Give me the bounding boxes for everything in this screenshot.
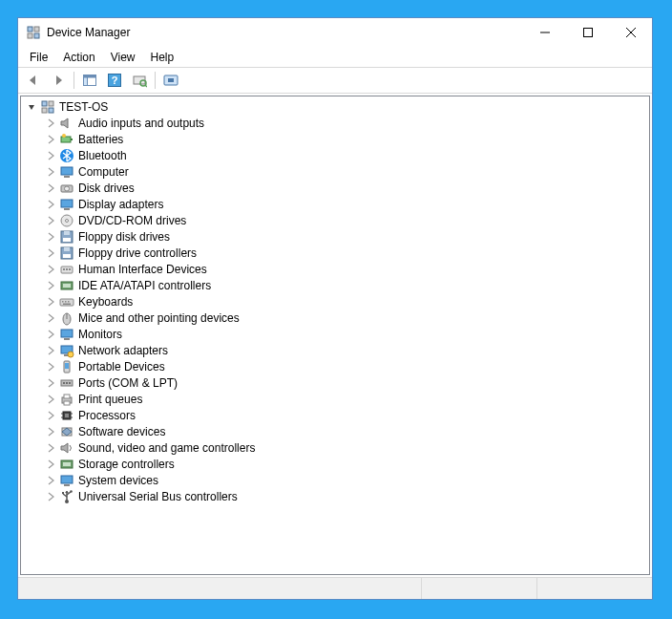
device-tree[interactable]: TEST-OSAudio inputs and outputsBatteries… [20,96,650,575]
svg-point-25 [65,186,70,191]
minimize-button[interactable] [523,19,566,47]
forward-button[interactable] [47,69,70,92]
svg-rect-16 [42,108,47,113]
category-label: Storage controllers [78,458,175,471]
tree-category-node[interactable]: Universal Serial Bus controllers [21,488,649,504]
usb-icon [59,489,74,504]
portable-icon [59,359,74,374]
chevron-right-icon[interactable] [44,165,57,179]
svg-rect-55 [65,363,69,369]
chevron-right-icon[interactable] [44,328,57,341]
audio-icon [59,116,74,131]
chevron-right-icon[interactable] [44,393,57,406]
sound-icon [59,440,74,456]
category-label: Computer [78,165,129,179]
chevron-right-icon[interactable] [44,360,57,374]
chevron-right-icon[interactable] [44,409,57,422]
menu-action[interactable]: Action [55,50,102,65]
tree-category-node[interactable]: Print queues [21,391,649,407]
chevron-right-icon[interactable] [44,376,57,390]
chevron-right-icon[interactable] [44,441,57,455]
tree-category-node[interactable]: Floppy drive controllers [21,245,649,261]
chevron-right-icon[interactable] [44,133,57,146]
category-label: DVD/CD-ROM drives [78,214,186,227]
status-segment [422,578,537,599]
tree-category-node[interactable]: Sound, video and game controllers [21,439,649,456]
tree-root-node[interactable]: TEST-OS [21,98,649,115]
toolbar-separator [74,72,74,89]
software-icon [59,424,74,439]
tree-category-node[interactable]: Network adapters [21,342,649,358]
chevron-right-icon[interactable] [44,198,57,211]
toolbar: ? [18,68,652,94]
chevron-right-icon[interactable] [44,181,57,195]
menu-file[interactable]: File [22,50,55,65]
maximize-button[interactable] [566,19,609,47]
tree-category-node[interactable]: System devices [21,472,649,488]
close-button[interactable] [609,19,652,47]
show-hidden-button[interactable] [159,69,182,92]
tree-category-node[interactable]: Keyboards [21,293,649,310]
chevron-right-icon[interactable] [44,279,57,292]
show-hide-console-button[interactable] [78,69,101,92]
svg-point-58 [66,382,68,384]
battery-icon [59,132,74,147]
tree-category-node[interactable]: Bluetooth [21,147,649,163]
chevron-right-icon[interactable] [44,263,57,276]
tree-category-node[interactable]: Human Interface Devices [21,261,649,277]
category-label: Human Interface Devices [78,263,207,276]
chevron-right-icon[interactable] [44,214,57,227]
chevron-right-icon[interactable] [44,344,57,357]
chevron-right-icon[interactable] [44,458,57,471]
tree-category-node[interactable]: Mice and other pointing devices [21,310,649,326]
svg-rect-1 [34,27,39,32]
tree-category-node[interactable]: Portable Devices [21,358,649,374]
category-label: Software devices [78,425,165,438]
svg-text:?: ? [112,75,118,86]
menu-help[interactable]: Help [143,50,182,65]
menu-view[interactable]: View [103,50,143,65]
tree-category-node[interactable]: IDE ATA/ATAPI controllers [21,277,649,293]
chevron-right-icon[interactable] [44,117,57,130]
tree-category-node[interactable]: Processors [21,407,649,423]
tree-category-node[interactable]: Storage controllers [21,456,649,472]
chevron-right-icon[interactable] [44,425,57,438]
chevron-right-icon[interactable] [44,295,57,309]
category-label: Mice and other pointing devices [78,311,240,325]
svg-rect-35 [63,254,71,258]
titlebar: Device Manager [18,18,652,48]
tree-category-node[interactable]: Floppy disk drives [21,228,649,245]
svg-rect-26 [61,200,73,207]
bluetooth-icon [59,148,74,163]
tree-category-node[interactable]: Monitors [21,326,649,342]
device-manager-window: Device Manager File Action View Help [17,17,653,600]
hid-icon [59,262,74,277]
svg-rect-43 [62,301,64,303]
svg-rect-37 [63,268,65,270]
back-button[interactable] [22,69,45,92]
help-button[interactable]: ? [103,69,126,92]
svg-rect-2 [28,33,32,38]
scan-hardware-button[interactable] [128,69,151,92]
tree-category-node[interactable]: Disk drives [21,180,649,196]
chevron-down-icon[interactable] [25,100,38,114]
chevron-right-icon[interactable] [44,230,57,244]
tree-category-node[interactable]: Display adapters [21,196,649,212]
tree-category-node[interactable]: Computer [21,163,649,180]
chevron-right-icon[interactable] [44,149,57,162]
tree-category-node[interactable]: Software devices [21,423,649,439]
floppy-icon [59,229,74,245]
tree-category-node[interactable]: Audio inputs and outputs [21,115,649,131]
tree-category-node[interactable]: Ports (COM & LPT) [21,374,649,391]
svg-rect-50 [64,338,70,340]
chevron-right-icon[interactable] [44,311,57,325]
tree-category-node[interactable]: Batteries [21,131,649,147]
computer-icon [40,99,55,115]
chevron-right-icon[interactable] [44,490,57,503]
svg-rect-19 [71,139,73,140]
chevron-right-icon[interactable] [44,246,57,260]
tree-category-node[interactable]: DVD/CD-ROM drives [21,212,649,228]
chevron-right-icon[interactable] [44,474,57,487]
svg-point-59 [69,382,71,384]
system-icon [59,473,74,488]
